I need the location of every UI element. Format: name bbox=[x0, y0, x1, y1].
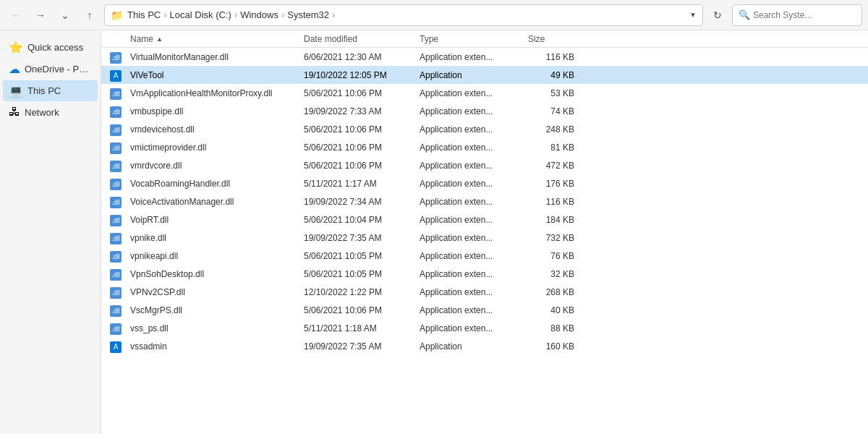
file-row[interactable]: .dll VscMgrPS.dll 5/06/2021 10:06 PM App… bbox=[101, 301, 868, 319]
file-type: Application exten... bbox=[420, 287, 528, 297]
application-icon: A bbox=[110, 68, 122, 82]
search-bar[interactable]: 🔍 bbox=[732, 4, 862, 26]
file-row[interactable]: .dll VpnSohDesktop.dll 5/06/2021 10:05 P… bbox=[101, 265, 868, 283]
path-crumb-this-pc[interactable]: This PC bbox=[127, 9, 161, 20]
sidebar-item-this-pc[interactable]: 💻 This PC bbox=[3, 80, 98, 101]
col-header-size[interactable]: Size bbox=[528, 33, 586, 44]
file-type: Application exten... bbox=[420, 233, 528, 243]
file-size: 32 KB bbox=[528, 269, 586, 279]
path-dropdown-icon[interactable]: ▼ bbox=[689, 11, 697, 19]
file-name: vss_ps.dll bbox=[130, 323, 304, 333]
file-list: .dll VirtualMonitorManager.dll 6/06/2021… bbox=[101, 48, 868, 434]
file-date: 5/06/2021 10:06 PM bbox=[304, 305, 420, 315]
file-row[interactable]: .dll vss_ps.dll 5/11/2021 1:18 AM Applic… bbox=[101, 319, 868, 337]
dll-icon: .dll bbox=[110, 321, 122, 335]
file-size: 74 KB bbox=[528, 106, 586, 116]
file-size: 472 KB bbox=[528, 161, 586, 171]
file-size: 116 KB bbox=[528, 197, 586, 207]
back-icon: ← bbox=[11, 9, 21, 21]
file-row[interactable]: .dll VmApplicationHealthMonitorProxy.dll… bbox=[101, 84, 868, 102]
file-row[interactable]: .dll VocabRoamingHandler.dll 5/11/2021 1… bbox=[101, 174, 868, 192]
recent-button[interactable]: ⌄ bbox=[55, 5, 75, 25]
file-type: Application exten... bbox=[420, 251, 528, 261]
main-layout: ⭐ Quick access ☁ OneDrive - Personal 💻 T… bbox=[0, 30, 868, 434]
file-date: 5/06/2021 10:05 PM bbox=[304, 269, 420, 279]
forward-button[interactable]: → bbox=[30, 5, 51, 25]
file-type: Application exten... bbox=[420, 106, 528, 116]
file-row[interactable]: .dll VoipRT.dll 5/06/2021 10:04 PM Appli… bbox=[101, 210, 868, 229]
search-icon: 🔍 bbox=[739, 9, 750, 20]
file-name: VirtualMonitorManager.dll bbox=[130, 52, 304, 62]
file-date: 5/11/2021 1:17 AM bbox=[304, 179, 420, 189]
refresh-button[interactable]: ↻ bbox=[707, 5, 728, 25]
application-icon: A bbox=[110, 339, 122, 353]
file-icon-cell: .dll bbox=[101, 285, 130, 299]
file-icon-cell: .dll bbox=[101, 231, 130, 244]
back-button[interactable]: ← bbox=[6, 5, 26, 25]
sidebar-label-this-pc: This PC bbox=[27, 85, 61, 96]
col-date-label: Date modified bbox=[304, 34, 357, 44]
file-date: 5/06/2021 10:06 PM bbox=[304, 124, 420, 135]
file-row[interactable]: .dll vpnike.dll 19/09/2022 7:35 AM Appli… bbox=[101, 229, 868, 247]
file-row[interactable]: .dll VoiceActivationManager.dll 19/09/20… bbox=[101, 192, 868, 210]
dll-icon: .dll bbox=[110, 249, 122, 263]
dll-icon: .dll bbox=[110, 122, 122, 136]
file-row[interactable]: A ViVeTool 19/10/2022 12:05 PM Applicati… bbox=[101, 66, 868, 84]
sidebar-item-onedrive[interactable]: ☁ OneDrive - Personal bbox=[3, 59, 98, 80]
file-type: Application exten... bbox=[420, 88, 528, 98]
sidebar-label-network: Network bbox=[25, 107, 59, 118]
sidebar-item-quick-access[interactable]: ⭐ Quick access bbox=[3, 37, 98, 58]
file-row[interactable]: .dll vpnikeapi.dll 5/06/2021 10:05 PM Ap… bbox=[101, 247, 868, 265]
file-row[interactable]: .dll vmbuspipe.dll 19/09/2022 7:33 AM Ap… bbox=[101, 102, 868, 120]
col-header-date[interactable]: Date modified bbox=[304, 33, 420, 44]
col-header-name[interactable]: Name ▲ bbox=[101, 34, 304, 44]
file-row[interactable]: .dll vmdevicehost.dll 5/06/2021 10:06 PM… bbox=[101, 120, 868, 138]
dll-icon: .dll bbox=[110, 303, 122, 317]
file-size: 160 KB bbox=[528, 341, 586, 352]
computer-icon: 💻 bbox=[9, 84, 23, 98]
file-type: Application exten... bbox=[420, 305, 528, 315]
file-icon-cell: .dll bbox=[101, 86, 130, 100]
file-row[interactable]: .dll VirtualMonitorManager.dll 6/06/2021… bbox=[101, 48, 868, 66]
file-name: vpnike.dll bbox=[130, 233, 304, 243]
file-row[interactable]: .dll vmrdvcore.dll 5/06/2021 10:06 PM Ap… bbox=[101, 156, 868, 174]
file-type: Application exten... bbox=[420, 269, 528, 279]
file-icon-cell: .dll bbox=[101, 213, 130, 226]
file-size: 248 KB bbox=[528, 124, 586, 135]
file-date: 19/10/2022 12:05 PM bbox=[304, 70, 420, 80]
file-name: VscMgrPS.dll bbox=[130, 305, 304, 315]
file-type: Application bbox=[420, 70, 528, 80]
up-button[interactable]: ↑ bbox=[80, 5, 100, 25]
file-size: 81 KB bbox=[528, 142, 586, 153]
col-name-label: Name bbox=[130, 34, 153, 44]
path-bar[interactable]: 📁 This PC › Local Disk (C:) › Windows › … bbox=[104, 4, 703, 26]
file-icon-cell: .dll bbox=[101, 267, 130, 281]
file-size: 76 KB bbox=[528, 251, 586, 261]
column-headers: Name ▲ Date modified Type Size bbox=[101, 30, 868, 48]
file-icon-cell: .dll bbox=[101, 104, 130, 118]
file-date: 5/11/2021 1:18 AM bbox=[304, 323, 420, 333]
file-name: VocabRoamingHandler.dll bbox=[130, 179, 304, 189]
file-name: vpnikeapi.dll bbox=[130, 251, 304, 261]
path-crumb-local-disk[interactable]: Local Disk (C:) bbox=[170, 9, 231, 20]
file-type: Application exten... bbox=[420, 215, 528, 225]
file-row[interactable]: .dll vmictimeprovider.dll 5/06/2021 10:0… bbox=[101, 138, 868, 156]
path-crumb-windows[interactable]: Windows bbox=[240, 9, 278, 20]
file-icon-cell: .dll bbox=[101, 249, 130, 263]
col-header-type[interactable]: Type bbox=[420, 33, 528, 44]
sidebar-item-network[interactable]: 🖧 Network bbox=[3, 102, 98, 122]
file-size: 176 KB bbox=[528, 179, 586, 189]
file-row[interactable]: .dll VPNv2CSP.dll 12/10/2022 1:22 PM App… bbox=[101, 283, 868, 301]
dll-icon: .dll bbox=[110, 86, 122, 100]
address-bar: ← → ⌄ ↑ 📁 This PC › Local Disk (C:) › Wi… bbox=[0, 0, 868, 30]
file-name: vssadmin bbox=[130, 341, 304, 352]
file-size: 49 KB bbox=[528, 70, 586, 80]
path-crumb-system32[interactable]: System32 bbox=[287, 9, 329, 20]
file-icon-cell: .dll bbox=[101, 50, 130, 64]
file-size: 53 KB bbox=[528, 88, 586, 98]
file-icon-cell: .dll bbox=[101, 321, 130, 335]
search-input[interactable] bbox=[753, 10, 856, 20]
refresh-icon: ↻ bbox=[713, 9, 722, 21]
file-date: 19/09/2022 7:35 AM bbox=[304, 341, 420, 352]
file-row[interactable]: A vssadmin 19/09/2022 7:35 AM Applicatio… bbox=[101, 337, 868, 355]
